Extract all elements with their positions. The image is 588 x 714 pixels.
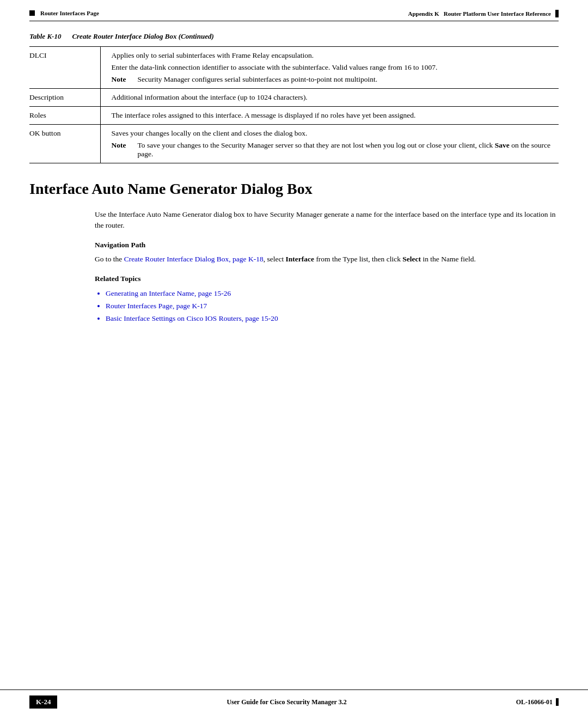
table-cell-content: Additional information about the interfa…	[100, 89, 559, 107]
footer-left: K-24	[29, 695, 57, 709]
table-row: DLCI Applies only to serial subinterface…	[29, 47, 559, 89]
page-container: Router Interfaces Page Appendix K Router…	[0, 0, 588, 714]
page-footer: K-24 User Guide for Cisco Security Manag…	[0, 689, 588, 714]
roles-text: The interface roles assigned to this int…	[112, 111, 554, 120]
navigation-path-subheading: Navigation Path	[95, 241, 559, 249]
table-row: Roles The interface roles assigned to th…	[29, 107, 559, 125]
table-cell-label: DLCI	[29, 47, 100, 89]
header-breadcrumb: Router Interfaces Page	[40, 10, 99, 16]
table-cell-content: Saves your changes locally on the client…	[100, 125, 559, 163]
list-item: Router Interfaces Page, page K-17	[106, 300, 559, 313]
description-text: Additional information about the interfa…	[112, 93, 554, 102]
table-cell-label: Description	[29, 89, 100, 107]
section-heading: Interface Auto Name Generator Dialog Box	[29, 180, 559, 198]
interface-bold: Interface	[286, 255, 314, 263]
navigation-path-text: Go to the Create Router Interface Dialog…	[95, 254, 559, 265]
main-content: Table K-10 Create Router Interface Dialo…	[0, 21, 588, 358]
note-label: Note	[112, 75, 132, 84]
header-right: Appendix K Router Platform User Interfac…	[408, 10, 559, 17]
footer-bar-icon	[556, 698, 559, 706]
table-caption-row: Table K-10 Create Router Interface Dialo…	[29, 32, 559, 41]
header-reference: Router Platform User Interface Reference	[444, 10, 551, 17]
related-link-1[interactable]: Generating an Interface Name, page 15-26	[106, 289, 231, 297]
related-topics-subheading: Related Topics	[95, 274, 559, 283]
data-table: DLCI Applies only to serial subinterface…	[29, 46, 559, 163]
ok-note: Note To save your changes to the Securit…	[112, 141, 554, 158]
header-left: Router Interfaces Page	[29, 10, 99, 16]
save-bold: Save	[495, 141, 510, 149]
table-cell-content: The interface roles assigned to this int…	[100, 107, 559, 125]
header-bar-icon	[555, 10, 559, 17]
dlci-line1: Applies only to serial subinterfaces wit…	[112, 51, 554, 60]
footer-page-number: K-24	[29, 695, 57, 709]
related-link-2[interactable]: Router Interfaces Page, page K-17	[106, 302, 207, 310]
dlci-line2: Enter the data-link connection identifie…	[112, 63, 554, 72]
table-caption-title: Create Router Interface Dialog Box (Cont…	[72, 32, 213, 41]
header-square-icon	[29, 10, 35, 16]
table-cell-content: Applies only to serial subinterfaces wit…	[100, 47, 559, 89]
footer-right: OL-16066-01	[516, 698, 559, 706]
footer-doc-number: OL-16066-01	[516, 698, 553, 706]
table-caption-label: Table K-10	[29, 32, 61, 41]
header-right-line: Appendix K Router Platform User Interfac…	[408, 10, 559, 17]
page-header: Router Interfaces Page Appendix K Router…	[0, 0, 588, 21]
table-row: OK button Saves your changes locally on …	[29, 125, 559, 163]
list-item: Generating an Interface Name, page 15-26	[106, 288, 559, 300]
related-topics-list: Generating an Interface Name, page 15-26…	[106, 288, 559, 325]
related-link-3[interactable]: Basic Interface Settings on Cisco IOS Ro…	[106, 314, 278, 322]
select-bold: Select	[402, 255, 421, 263]
dlci-note: Note Security Manager configures serial …	[112, 75, 554, 84]
list-item: Basic Interface Settings on Cisco IOS Ro…	[106, 313, 559, 325]
ok-note-text: To save your changes to the Security Man…	[138, 141, 554, 158]
note-text: Security Manager configures serial subin…	[138, 75, 378, 84]
section-intro: Use the Interface Auto Name Generator di…	[95, 209, 559, 231]
table-cell-label: Roles	[29, 107, 100, 125]
note-label: Note	[112, 141, 132, 158]
nav-link-create-dialog[interactable]: Create Router Interface Dialog Box, page…	[124, 255, 264, 263]
footer-guide-title: User Guide for Cisco Security Manager 3.…	[57, 698, 516, 706]
period: .	[474, 255, 475, 263]
ok-line1: Saves your changes locally on the client…	[112, 129, 554, 138]
table-row: Description Additional information about…	[29, 89, 559, 107]
header-appendix: Appendix K	[408, 10, 439, 17]
table-cell-label: OK button	[29, 125, 100, 163]
